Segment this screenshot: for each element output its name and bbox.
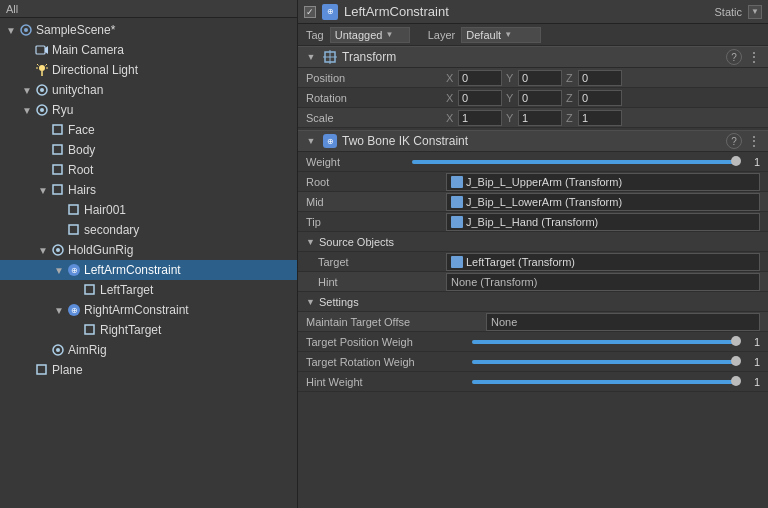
mid-row: Mid J_Bip_L_LowerArm (Transform) xyxy=(298,192,768,212)
target-pos-weight-slider[interactable] xyxy=(472,340,736,344)
tree-item-ryu[interactable]: Ryu xyxy=(0,100,297,120)
tree-icon-ryu xyxy=(34,102,50,118)
tree-icon-body xyxy=(50,142,66,158)
hint-weight-label: Hint Weight xyxy=(306,376,466,388)
position-x-input[interactable] xyxy=(458,70,502,86)
layer-label: Layer xyxy=(428,29,456,41)
tree-item-body[interactable]: Body xyxy=(0,140,297,160)
settings-arrow[interactable]: ▼ xyxy=(306,297,315,307)
root-field-icon xyxy=(451,176,463,188)
root-field[interactable]: J_Bip_L_UpperArm (Transform) xyxy=(446,173,760,191)
root-row: Root J_Bip_L_UpperArm (Transform) xyxy=(298,172,768,192)
tag-value: Untagged xyxy=(335,29,383,41)
svg-rect-2 xyxy=(36,46,45,54)
scale-x-group: X xyxy=(446,110,502,126)
twobone-collapse-arrow[interactable]: ▼ xyxy=(304,134,318,148)
tree-icon-hairs xyxy=(50,182,66,198)
tree-label-ryu: Ryu xyxy=(52,103,73,117)
twobone-section-header: ▼ ⊕ Two Bone IK Constraint ? ⋮ xyxy=(298,130,768,152)
tree-label-hair001: Hair001 xyxy=(84,203,126,217)
target-pos-weight-label: Target Position Weigh xyxy=(306,336,466,348)
rotation-y-input[interactable] xyxy=(518,90,562,106)
svg-rect-14 xyxy=(53,125,62,134)
tree-label-holdgunrig: HoldGunRig xyxy=(68,243,133,257)
rotation-x-input[interactable] xyxy=(458,90,502,106)
source-objects-arrow[interactable]: ▼ xyxy=(306,237,315,247)
tree-item-face[interactable]: Face xyxy=(0,120,297,140)
tree-arrow-samplescene[interactable] xyxy=(4,23,18,37)
tip-field[interactable]: J_Bip_L_Hand (Transform) xyxy=(446,213,760,231)
svg-line-8 xyxy=(37,64,39,66)
hint-field[interactable]: None (Transform) xyxy=(446,273,760,291)
scale-row: Scale X Y Z xyxy=(298,108,768,128)
tree-arrow-unitychan[interactable] xyxy=(20,83,34,97)
svg-text:⊕: ⊕ xyxy=(71,306,78,315)
tree-item-samplescene[interactable]: SampleScene* xyxy=(0,20,297,40)
position-y-input[interactable] xyxy=(518,70,562,86)
scale-y-input[interactable] xyxy=(518,110,562,126)
rotation-z-input[interactable] xyxy=(578,90,622,106)
target-rot-weight-thumb[interactable] xyxy=(731,356,741,366)
tree-item-hair001[interactable]: Hair001 xyxy=(0,200,297,220)
tree-arrow-hairs[interactable] xyxy=(36,183,50,197)
transform-collapse-arrow[interactable]: ▼ xyxy=(304,50,318,64)
tree-icon-maincamera xyxy=(34,42,50,58)
tree-arrow-leftarmconstraint[interactable] xyxy=(52,263,66,277)
maintain-target-value: None xyxy=(491,316,517,328)
target-rot-weight-fill xyxy=(472,360,736,364)
tree-arrow-ryu[interactable] xyxy=(20,103,34,117)
layer-dropdown-arrow: ▼ xyxy=(504,30,512,39)
target-pos-weight-row: Target Position Weigh 1 xyxy=(298,332,768,352)
layer-dropdown[interactable]: Default ▼ xyxy=(461,27,541,43)
layer-value: Default xyxy=(466,29,501,41)
tree-item-root[interactable]: Root xyxy=(0,160,297,180)
target-pos-weight-value: 1 xyxy=(742,336,760,348)
svg-rect-24 xyxy=(85,285,94,294)
tree-item-rightarmconstraint[interactable]: ⊕RightArmConstraint xyxy=(0,300,297,320)
tree-item-hairs[interactable]: Hairs xyxy=(0,180,297,200)
tree-item-leftarmconstraint[interactable]: ⊕LeftArmConstraint xyxy=(0,260,297,280)
tree-item-righttarget[interactable]: RightTarget xyxy=(0,320,297,340)
tree-icon-hair001 xyxy=(66,202,82,218)
twobone-menu-button[interactable]: ⋮ xyxy=(746,133,762,149)
transform-menu-button[interactable]: ⋮ xyxy=(746,49,762,65)
position-z-input[interactable] xyxy=(578,70,622,86)
mid-field[interactable]: J_Bip_L_LowerArm (Transform) xyxy=(446,193,760,211)
rotation-y-group: Y xyxy=(506,90,562,106)
target-pos-weight-fill xyxy=(472,340,736,344)
inspector-content: ▼ Transform ? ⋮ Position X Y Z xyxy=(298,46,768,508)
target-pos-weight-thumb[interactable] xyxy=(731,336,741,346)
tree-item-lefttarget[interactable]: LeftTarget xyxy=(0,280,297,300)
tree-item-directionallight[interactable]: Directional Light xyxy=(0,60,297,80)
transform-help-button[interactable]: ? xyxy=(726,49,742,65)
target-field[interactable]: LeftTarget (Transform) xyxy=(446,253,760,271)
tree-item-maincamera[interactable]: Main Camera xyxy=(0,40,297,60)
tree-arrow-rightarmconstraint[interactable] xyxy=(52,303,66,317)
hint-weight-slider[interactable] xyxy=(472,380,736,384)
twobone-help-button[interactable]: ? xyxy=(726,133,742,149)
scale-x-input[interactable] xyxy=(458,110,502,126)
weight-slider[interactable] xyxy=(412,160,736,164)
tree-item-holdgunrig[interactable]: HoldGunRig xyxy=(0,240,297,260)
static-dropdown[interactable]: ▼ xyxy=(748,5,762,19)
maintain-target-field[interactable]: None xyxy=(486,313,760,331)
position-z-label: Z xyxy=(566,72,576,84)
tree-item-secondary[interactable]: secondary xyxy=(0,220,297,240)
tree-item-plane[interactable]: Plane xyxy=(0,360,297,380)
tree-item-unitychan[interactable]: unitychan xyxy=(0,80,297,100)
tip-label: Tip xyxy=(306,216,446,228)
enabled-checkbox[interactable] xyxy=(304,6,316,18)
hint-weight-fill xyxy=(472,380,736,384)
target-rot-weight-slider[interactable] xyxy=(472,360,736,364)
target-row: Target LeftTarget (Transform) xyxy=(298,252,768,272)
tree-item-aimrig[interactable]: AimRig xyxy=(0,340,297,360)
weight-slider-thumb[interactable] xyxy=(731,156,741,166)
tree-arrow-holdgunrig[interactable] xyxy=(36,243,50,257)
scale-z-input[interactable] xyxy=(578,110,622,126)
inspector-title: LeftArmConstraint xyxy=(344,4,708,19)
hint-weight-thumb[interactable] xyxy=(731,376,741,386)
component-icon: ⊕ xyxy=(322,4,338,20)
target-rot-weight-label: Target Rotation Weigh xyxy=(306,356,466,368)
tag-dropdown[interactable]: Untagged ▼ xyxy=(330,27,410,43)
position-z-group: Z xyxy=(566,70,622,86)
